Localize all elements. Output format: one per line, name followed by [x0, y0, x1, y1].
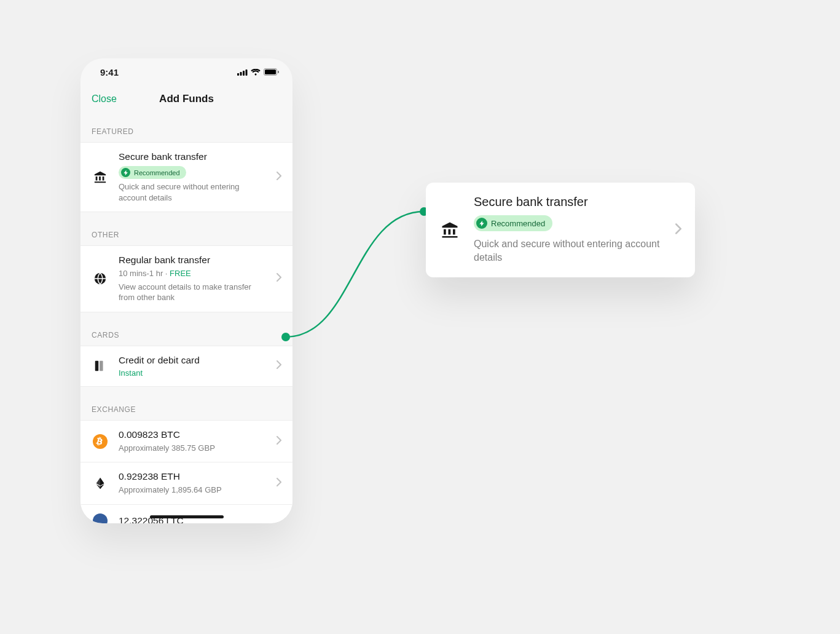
globe-icon	[92, 272, 109, 285]
chevron-right-icon	[277, 478, 281, 489]
row-meta: 10 mins-1 hr · FREE	[119, 268, 267, 279]
recommended-badge: Recommended	[474, 215, 552, 231]
callout-card[interactable]: Secure bank transfer Recommended Quick a…	[426, 183, 695, 277]
wifi-icon	[251, 69, 261, 76]
home-indicator	[150, 515, 224, 518]
row-ltc[interactable]: 12.322056 LTC	[80, 505, 292, 523]
row-sub: Approximately 1,895.64 GBP	[119, 485, 267, 496]
row-secure-bank-transfer[interactable]: Secure bank transfer Recommended Quick a…	[80, 143, 292, 212]
connector-line	[280, 203, 433, 344]
row-desc: View account details to make transfer fr…	[119, 282, 267, 303]
row-regular-bank-transfer[interactable]: Regular bank transfer 10 mins-1 hr · FRE…	[80, 246, 292, 312]
svg-rect-2	[243, 71, 245, 76]
section-header-featured: FEATURED	[80, 113, 292, 142]
bolt-icon	[476, 218, 487, 229]
close-button[interactable]: Close	[92, 93, 117, 105]
row-title: Credit or debit card	[119, 355, 267, 366]
ethereum-icon	[92, 477, 109, 490]
bitcoin-icon	[92, 434, 109, 449]
bank-icon	[439, 221, 460, 239]
row-sub: Instant	[119, 368, 267, 378]
nav-bar: Close Add Funds	[80, 85, 292, 113]
status-time: 9:41	[100, 67, 119, 77]
svg-point-11	[93, 513, 108, 523]
recommended-badge: Recommended	[119, 166, 186, 179]
chevron-right-icon	[277, 273, 281, 284]
chevron-right-icon	[277, 436, 281, 447]
bolt-icon	[121, 168, 130, 177]
row-title: Secure bank transfer	[119, 151, 267, 162]
list: FEATURED Secure bank transfer Recommende…	[80, 113, 292, 523]
litecoin-icon	[92, 513, 109, 523]
status-bar: 9:41	[80, 58, 292, 85]
chevron-right-icon	[277, 360, 281, 371]
svg-rect-8	[95, 361, 99, 371]
row-btc[interactable]: 0.009823 BTC Approximately 385.75 GBP	[80, 421, 292, 463]
section-header-cards: CARDS	[80, 312, 292, 346]
row-eth[interactable]: 0.929238 ETH Approximately 1,895.64 GBP	[80, 462, 292, 505]
row-title: 0.009823 BTC	[119, 429, 267, 440]
section-header-other: OTHER	[80, 212, 292, 245]
callout-desc: Quick and secure without entering accoun…	[474, 237, 662, 265]
svg-rect-0	[237, 73, 239, 76]
section-header-exchange: EXCHANGE	[80, 387, 292, 420]
svg-rect-9	[100, 361, 103, 371]
status-indicators	[237, 68, 279, 76]
callout-title: Secure bank transfer	[474, 195, 662, 209]
svg-rect-1	[240, 72, 242, 76]
svg-rect-6	[278, 71, 279, 73]
row-title: 0.929238 ETH	[119, 471, 267, 482]
phone-frame: 9:41 Close Add Funds FEATURED Secure	[80, 58, 292, 523]
svg-rect-5	[265, 69, 276, 74]
row-title: Regular bank transfer	[119, 255, 267, 266]
row-sub: Approximately 385.75 GBP	[119, 443, 267, 454]
card-icon	[92, 359, 109, 373]
bank-icon	[92, 170, 109, 184]
chevron-right-icon	[277, 172, 281, 183]
chevron-right-icon	[675, 223, 681, 237]
battery-icon	[264, 68, 279, 76]
row-desc: Quick and secure without entering accoun…	[119, 181, 267, 203]
cellular-icon	[237, 69, 248, 76]
row-credit-card[interactable]: Credit or debit card Instant	[80, 346, 292, 386]
svg-rect-3	[246, 69, 248, 76]
